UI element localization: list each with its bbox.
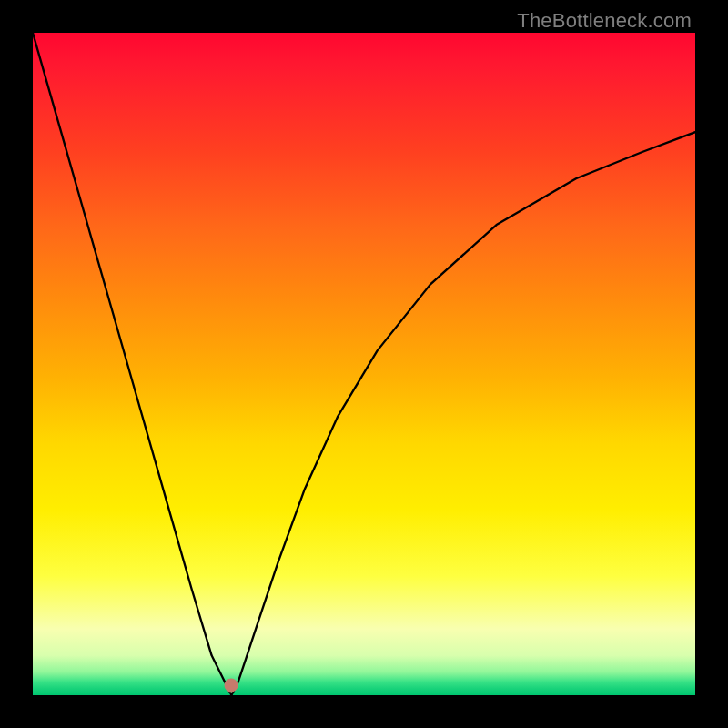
curve-path [33, 33, 695, 695]
bottleneck-curve [33, 33, 695, 695]
optimum-marker [225, 679, 238, 693]
chart-frame: TheBottleneck.com [0, 0, 728, 728]
watermark-text: TheBottleneck.com [517, 9, 692, 33]
plot-area [33, 33, 695, 695]
